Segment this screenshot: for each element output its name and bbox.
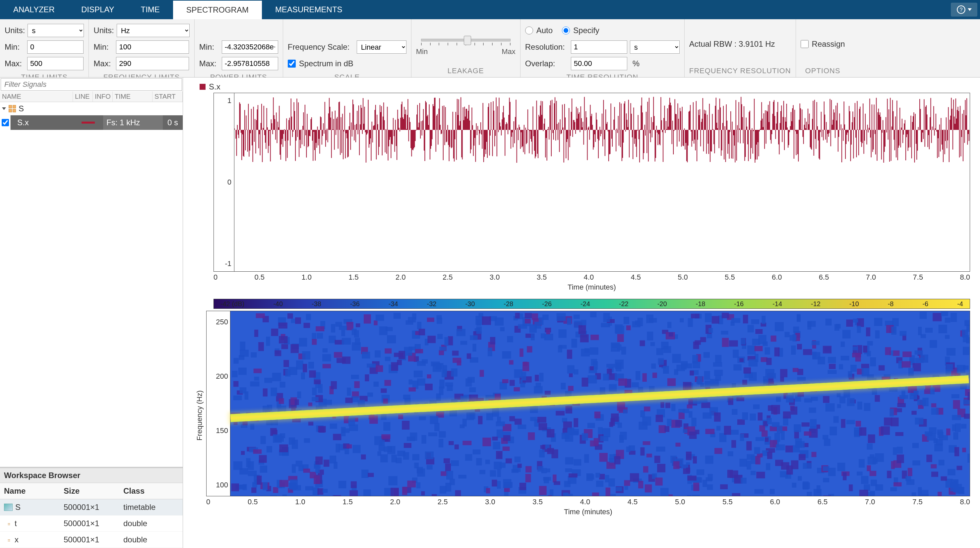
svg-rect-1042 xyxy=(624,486,628,490)
svg-rect-829 xyxy=(278,322,288,328)
ws-row[interactable]: t500001×1double xyxy=(0,516,183,532)
col-start[interactable]: START xyxy=(153,91,183,102)
ws-col-size[interactable]: Size xyxy=(60,483,119,499)
tab-analyzer[interactable]: ANALYZER xyxy=(0,0,68,19)
svg-rect-431 xyxy=(260,465,267,472)
svg-rect-2500 xyxy=(312,339,317,345)
svg-rect-669 xyxy=(385,357,390,361)
freq-units-select[interactable]: Hz xyxy=(117,24,189,37)
time-units-select[interactable]: s xyxy=(27,24,84,37)
col-info[interactable]: INFO xyxy=(93,91,113,102)
svg-rect-1029 xyxy=(347,388,351,396)
signal-visible-checkbox[interactable] xyxy=(2,119,9,126)
svg-rect-1954 xyxy=(279,444,288,452)
tab-measurements[interactable]: MEASUREMENTS xyxy=(262,0,356,19)
svg-rect-2235 xyxy=(479,470,485,474)
svg-rect-1529 xyxy=(295,318,301,324)
svg-rect-1359 xyxy=(708,474,713,480)
svg-rect-338 xyxy=(649,386,655,391)
freq-min-label: Min: xyxy=(94,43,113,52)
help-button[interactable]: ? xyxy=(951,3,977,17)
ws-row[interactable]: x500001×1double xyxy=(0,532,183,548)
svg-rect-1930 xyxy=(546,330,550,334)
svg-rect-2115 xyxy=(834,416,839,423)
svg-rect-1467 xyxy=(858,402,862,410)
power-max-input[interactable] xyxy=(222,57,278,70)
svg-rect-2496 xyxy=(562,433,570,439)
svg-rect-1984 xyxy=(557,313,566,321)
overlap-input[interactable] xyxy=(571,57,627,70)
freq-max-input[interactable] xyxy=(116,57,189,70)
tree-node-s[interactable]: S xyxy=(0,102,183,115)
svg-rect-676 xyxy=(437,315,442,319)
svg-rect-450 xyxy=(280,382,285,387)
svg-rect-1428 xyxy=(409,380,412,384)
resolution-input[interactable] xyxy=(571,40,627,54)
svg-rect-552 xyxy=(414,371,423,377)
spectrogram-axes[interactable]: 250 200 150 100 xyxy=(206,311,970,496)
svg-rect-2385 xyxy=(691,418,696,426)
tab-display[interactable]: DISPLAY xyxy=(68,0,128,19)
auto-radio[interactable] xyxy=(525,27,533,35)
spectrum-db-checkbox[interactable] xyxy=(288,60,296,68)
svg-rect-1710 xyxy=(565,468,572,472)
svg-rect-2479 xyxy=(581,349,590,356)
svg-rect-1579 xyxy=(288,313,293,319)
line-swatch[interactable] xyxy=(73,122,103,124)
svg-rect-37 xyxy=(823,478,829,482)
tab-time[interactable]: TIME xyxy=(128,0,173,19)
svg-rect-2031 xyxy=(254,369,262,373)
col-line[interactable]: LINE xyxy=(73,91,93,102)
freq-scale-select[interactable]: Linear xyxy=(357,40,406,54)
svg-rect-882 xyxy=(250,381,259,386)
colorbar[interactable]: -42 (dB)-40-38-36-34-32-30-28-26-24-22-2… xyxy=(213,299,970,309)
svg-rect-650 xyxy=(675,443,680,446)
svg-rect-187 xyxy=(258,342,264,351)
svg-rect-2270 xyxy=(256,313,265,318)
svg-rect-1942 xyxy=(496,421,505,426)
svg-rect-843 xyxy=(679,318,684,322)
svg-rect-2199 xyxy=(368,473,374,477)
col-name[interactable]: NAME xyxy=(0,91,73,102)
svg-rect-1423 xyxy=(295,399,299,405)
waveform-axes[interactable]: 1 0 -1 xyxy=(213,93,970,272)
svg-rect-2193 xyxy=(894,482,901,487)
svg-rect-949 xyxy=(514,369,522,378)
svg-rect-835 xyxy=(700,337,706,342)
svg-rect-268 xyxy=(765,347,770,354)
svg-rect-2160 xyxy=(391,488,399,496)
svg-rect-1410 xyxy=(402,421,409,430)
svg-rect-1146 xyxy=(476,458,482,465)
svg-rect-1810 xyxy=(291,344,299,353)
ws-col-name[interactable]: Name xyxy=(0,483,60,499)
ws-row[interactable]: S500001×1timetable xyxy=(0,499,183,516)
freq-min-input[interactable] xyxy=(116,40,189,54)
svg-rect-294 xyxy=(361,470,368,478)
svg-rect-1849 xyxy=(946,364,953,371)
col-time[interactable]: TIME xyxy=(113,91,153,102)
leakage-slider[interactable] xyxy=(421,39,511,41)
time-max-input[interactable] xyxy=(27,57,84,70)
svg-rect-1393 xyxy=(732,409,737,415)
reassign-checkbox[interactable] xyxy=(801,40,808,48)
svg-rect-2036 xyxy=(351,481,357,488)
tab-spectrogram[interactable]: SPECTROGRAM xyxy=(173,0,262,19)
svg-rect-2359 xyxy=(285,369,290,376)
svg-rect-1132 xyxy=(758,335,767,344)
legend-swatch xyxy=(200,84,205,90)
time-min-input[interactable] xyxy=(27,40,84,54)
ws-col-class[interactable]: Class xyxy=(119,483,183,499)
svg-rect-870 xyxy=(856,421,861,426)
svg-rect-2285 xyxy=(525,313,532,318)
filter-signals-input[interactable] xyxy=(1,78,182,91)
svg-rect-2495 xyxy=(617,334,624,342)
svg-rect-1285 xyxy=(493,442,500,449)
svg-rect-668 xyxy=(651,364,656,369)
svg-rect-1545 xyxy=(762,430,767,437)
svg-rect-2313 xyxy=(730,470,738,478)
tree-leaf-sx[interactable]: S.x Fs: 1 kHz 0 s xyxy=(0,115,183,130)
svg-rect-536 xyxy=(596,481,603,487)
specify-radio[interactable] xyxy=(562,27,570,35)
power-min-input[interactable] xyxy=(222,40,278,54)
resolution-units-select[interactable]: s xyxy=(630,40,679,54)
